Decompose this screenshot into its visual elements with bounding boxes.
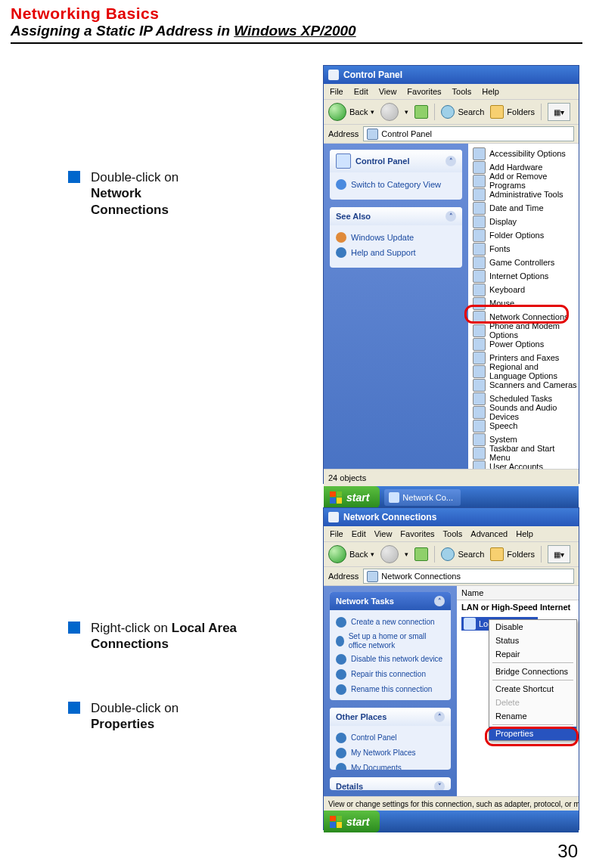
bullet-icon (68, 171, 80, 183)
menu-file[interactable]: File (330, 529, 343, 538)
chevron-up-icon[interactable]: ˄ (446, 156, 456, 166)
switch-category-link[interactable]: Switch to Category View (336, 177, 456, 192)
task-link[interactable]: Set up a home or small office network (336, 630, 445, 652)
cp-item[interactable]: Keyboard (471, 283, 579, 296)
taskbar: start Network Co... (324, 486, 579, 508)
menu-tools[interactable]: Tools (452, 87, 472, 96)
cp-item[interactable]: Phone and Modem Options (471, 324, 579, 337)
menu-help[interactable]: Help (516, 529, 533, 538)
menu-repair[interactable]: Repair (489, 647, 576, 661)
cp-item[interactable]: Add or Remove Programs (471, 174, 579, 188)
task-icon (389, 492, 399, 503)
views-button[interactable]: ▦▾ (548, 103, 570, 121)
item-icon (473, 352, 486, 364)
cp-item[interactable]: Date and Time (471, 201, 579, 215)
window-titlebar[interactable]: Network Connections (324, 508, 579, 526)
up-button[interactable] (414, 547, 428, 561)
place-icon (336, 763, 346, 770)
item-label: Fonts (489, 244, 511, 253)
cp-item[interactable]: Internet Options (471, 269, 579, 283)
menu-favorites[interactable]: Favorites (407, 87, 441, 96)
menu-bar[interactable]: File Edit View Favorites Tools Help (324, 84, 579, 100)
menu-edit[interactable]: Edit (354, 87, 368, 96)
cp-item[interactable]: Game Controllers (471, 256, 579, 269)
windows-update-link[interactable]: Windows Update (336, 230, 456, 245)
task-link[interactable]: Disable this network device (336, 652, 445, 667)
column-header[interactable]: Name (457, 586, 579, 600)
forward-button[interactable] (380, 545, 399, 563)
folders-button[interactable]: Folders (490, 105, 535, 119)
network-connections-window: Network Connections File Edit View Favor… (323, 507, 579, 830)
search-button[interactable]: Search (441, 105, 484, 119)
address-field[interactable]: Control Panel (363, 126, 574, 141)
menu-bar[interactable]: File Edit View Favorites Tools Advanced … (324, 526, 579, 542)
item-label: Add or Remove Programs (489, 172, 577, 190)
back-button[interactable]: Back▾ (328, 103, 374, 121)
menu-edit[interactable]: Edit (352, 529, 366, 538)
menu-view[interactable]: View (379, 87, 397, 96)
cp-item[interactable]: Administrative Tools (471, 188, 579, 201)
search-icon (441, 105, 455, 119)
place-link[interactable]: Control Panel (336, 730, 445, 746)
chevron-up-icon[interactable]: ˄ (446, 211, 456, 222)
forward-button[interactable] (380, 103, 399, 121)
page-title: Networking Basics (0, 0, 593, 23)
start-button[interactable]: start (324, 486, 380, 508)
cp-item[interactable]: Mouse (471, 296, 579, 310)
menu-advanced[interactable]: Advanced (470, 529, 508, 538)
cp-item[interactable]: Sounds and Audio Devices (471, 405, 579, 419)
cp-icon (336, 153, 351, 169)
menu-help[interactable]: Help (482, 87, 499, 96)
menu-file[interactable]: File (330, 87, 343, 96)
place-link[interactable]: My Network Places (336, 746, 445, 761)
window-icon (328, 512, 339, 522)
chevron-up-icon[interactable]: ˄ (434, 596, 445, 606)
menu-tools[interactable]: Tools (443, 529, 463, 538)
up-button[interactable] (414, 105, 428, 119)
search-button[interactable]: Search (441, 547, 484, 561)
menu-status[interactable]: Status (489, 634, 576, 647)
subtitle-prefix: Assigning a Static IP Address in (11, 23, 234, 39)
window-titlebar[interactable]: Control Panel (324, 66, 579, 84)
menu-view[interactable]: View (374, 529, 393, 538)
menu-bridge[interactable]: Bridge Connections (489, 665, 576, 678)
task-link[interactable]: Rename this connection (336, 682, 445, 697)
back-button[interactable]: Back▾ (328, 545, 374, 563)
menu-favorites[interactable]: Favorites (400, 529, 434, 538)
cp-item[interactable]: Fonts (471, 242, 579, 256)
address-icon (367, 571, 378, 582)
chevron-down-icon[interactable]: ˅ (434, 781, 445, 790)
instruction-bullet-2: Right-click on Local Area Connections (68, 620, 318, 653)
place-icon (336, 748, 346, 758)
address-field[interactable]: Network Connections (363, 569, 574, 584)
chevron-up-icon[interactable]: ˄ (434, 711, 445, 722)
item-label: Mouse (489, 299, 514, 308)
menu-disable[interactable]: Disable (489, 620, 576, 634)
address-label: Address (328, 572, 359, 581)
side-group-network-tasks: Network Tasks˄ Create a new connectionSe… (330, 592, 451, 700)
item-icon (473, 202, 486, 215)
cp-item[interactable]: Folder Options (471, 228, 579, 242)
start-button[interactable]: start (324, 811, 380, 832)
menu-rename[interactable]: Rename (489, 709, 576, 723)
views-button[interactable]: ▦▾ (548, 545, 570, 563)
place-link[interactable]: My Documents (336, 761, 445, 770)
page-number: 30 (557, 841, 578, 862)
task-link[interactable]: Repair this connection (336, 667, 445, 682)
task-link[interactable]: Create a new connection (336, 615, 445, 630)
menu-properties[interactable]: Properties (489, 727, 576, 740)
cp-item[interactable]: Display (471, 215, 579, 228)
cp-item[interactable]: Regional and Language Options (471, 364, 579, 378)
task-item[interactable]: Network Co... (384, 489, 461, 506)
cp-item[interactable]: Scanners and Cameras (471, 378, 579, 392)
bullet-icon (68, 702, 80, 714)
item-icon (473, 379, 486, 392)
menu-create-shortcut[interactable]: Create Shortcut (489, 682, 576, 696)
item-label: User Accounts (489, 462, 543, 469)
task-link[interactable]: View status of this connection (336, 697, 445, 700)
folders-button[interactable]: Folders (490, 547, 535, 561)
help-support-link[interactable]: Help and Support (336, 245, 456, 260)
connections-list: Name LAN or High-Speed Internet Local Ar… (457, 586, 579, 796)
cp-item[interactable]: Accessibility Options (471, 147, 579, 160)
cp-item[interactable]: Taskbar and Start Menu (471, 446, 579, 460)
